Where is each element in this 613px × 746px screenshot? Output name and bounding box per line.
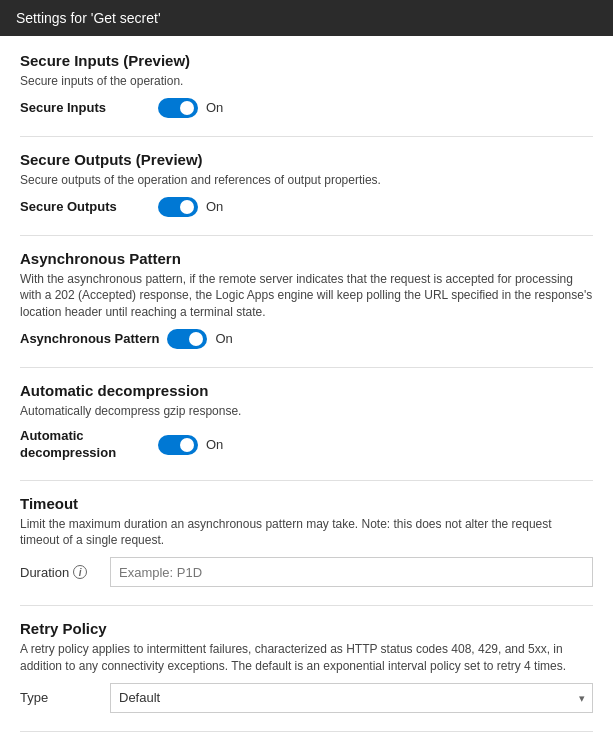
duration-row: Duration i	[20, 557, 593, 587]
divider-4	[20, 480, 593, 481]
toggle-thumb	[180, 200, 194, 214]
secure-inputs-state: On	[206, 100, 223, 115]
divider-3	[20, 367, 593, 368]
retry-policy-section: Retry Policy A retry policy applies to i…	[20, 620, 593, 713]
auto-decompress-label: Automatic decompression	[20, 428, 150, 462]
divider-1	[20, 136, 593, 137]
secure-inputs-toggle[interactable]	[158, 98, 198, 118]
secure-outputs-toggle[interactable]	[158, 197, 198, 217]
timeout-title: Timeout	[20, 495, 593, 512]
async-pattern-toggle[interactable]	[167, 329, 207, 349]
toggle-thumb	[180, 101, 194, 115]
secure-inputs-desc: Secure inputs of the operation.	[20, 73, 593, 90]
secure-outputs-label: Secure Outputs	[20, 199, 150, 214]
retry-policy-title: Retry Policy	[20, 620, 593, 637]
auto-decompress-toggle-row: Automatic decompression On	[20, 428, 593, 462]
toggle-thumb	[180, 438, 194, 452]
async-pattern-section: Asynchronous Pattern With the asynchrono…	[20, 250, 593, 349]
auto-decompress-toggle[interactable]	[158, 435, 198, 455]
divider-5	[20, 605, 593, 606]
divider-2	[20, 235, 593, 236]
async-pattern-desc: With the asynchronous pattern, if the re…	[20, 271, 593, 321]
async-pattern-toggle-row: Asynchronous Pattern On	[20, 329, 593, 349]
secure-outputs-state: On	[206, 199, 223, 214]
secure-inputs-title: Secure Inputs (Preview)	[20, 52, 593, 69]
settings-content: Secure Inputs (Preview) Secure inputs of…	[0, 36, 613, 746]
secure-inputs-toggle-row: Secure Inputs On	[20, 98, 593, 118]
auto-decompress-section: Automatic decompression Automatically de…	[20, 382, 593, 462]
secure-outputs-toggle-row: Secure Outputs On	[20, 197, 593, 217]
secure-inputs-label: Secure Inputs	[20, 100, 150, 115]
type-label: Type	[20, 690, 100, 705]
auto-decompress-title: Automatic decompression	[20, 382, 593, 399]
divider-6	[20, 731, 593, 732]
title-bar: Settings for 'Get secret'	[0, 0, 613, 36]
duration-input[interactable]	[110, 557, 593, 587]
retry-policy-desc: A retry policy applies to intermittent f…	[20, 641, 593, 675]
auto-decompress-state: On	[206, 437, 223, 452]
timeout-section: Timeout Limit the maximum duration an as…	[20, 495, 593, 588]
auto-decompress-desc: Automatically decompress gzip response.	[20, 403, 593, 420]
secure-outputs-section: Secure Outputs (Preview) Secure outputs …	[20, 151, 593, 217]
duration-label: Duration i	[20, 565, 100, 580]
retry-type-select-wrapper: Default None Fixed interval Exponential …	[110, 683, 593, 713]
secure-outputs-desc: Secure outputs of the operation and refe…	[20, 172, 593, 189]
secure-inputs-section: Secure Inputs (Preview) Secure inputs of…	[20, 52, 593, 118]
async-pattern-state: On	[215, 331, 232, 346]
secure-outputs-title: Secure Outputs (Preview)	[20, 151, 593, 168]
retry-type-select[interactable]: Default None Fixed interval Exponential …	[110, 683, 593, 713]
async-pattern-title: Asynchronous Pattern	[20, 250, 593, 267]
info-icon[interactable]: i	[73, 565, 87, 579]
title-text: Settings for 'Get secret'	[16, 10, 161, 26]
async-pattern-label: Asynchronous Pattern	[20, 331, 159, 346]
retry-type-row: Type Default None Fixed interval Exponen…	[20, 683, 593, 713]
timeout-desc: Limit the maximum duration an asynchrono…	[20, 516, 593, 550]
